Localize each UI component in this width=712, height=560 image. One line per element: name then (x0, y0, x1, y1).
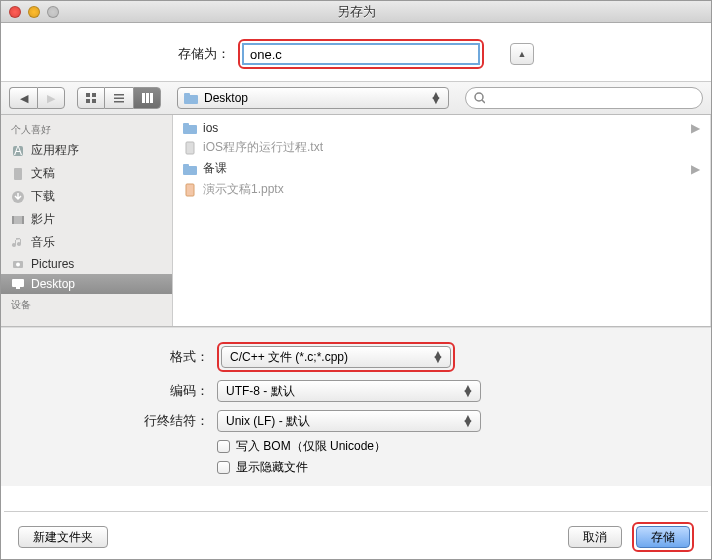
app-icon: A (11, 144, 25, 158)
svg-rect-3 (92, 99, 96, 103)
svg-rect-29 (183, 164, 189, 167)
svg-text:A: A (14, 144, 22, 158)
svg-rect-27 (186, 142, 194, 154)
filename-highlight (238, 39, 484, 69)
file-item-folder[interactable]: ios ▶ (173, 119, 710, 137)
file-item-folder[interactable]: 备课 ▶ (173, 158, 710, 179)
sidebar-item-label: 下载 (31, 188, 55, 205)
sidebar-item-label: 音乐 (31, 234, 55, 251)
folder-icon (183, 162, 197, 176)
cancel-button[interactable]: 取消 (568, 526, 622, 548)
file-item-file[interactable]: iOS程序的运行过程.txt (173, 137, 710, 158)
chevron-right-icon: ▶ (47, 92, 55, 105)
browser-toolbar: ◀ ▶ Desktop (1, 81, 711, 115)
dropdown-arrows-icon (462, 386, 474, 396)
lineending-dropdown[interactable]: Unix (LF) - 默认 (217, 410, 481, 432)
sidebar-item-applications[interactable]: A 应用程序 (1, 139, 172, 162)
expand-collapse-button[interactable]: ▲ (510, 43, 534, 65)
svg-rect-0 (86, 93, 90, 97)
pictures-icon (11, 257, 25, 271)
svg-rect-24 (16, 287, 20, 289)
view-list-button[interactable] (105, 87, 133, 109)
lineending-label: 行终结符： (19, 412, 209, 430)
dropdown-arrows-icon (432, 352, 444, 362)
encoding-label: 编码： (19, 382, 209, 400)
svg-rect-16 (14, 168, 22, 180)
nav-back-button[interactable]: ◀ (9, 87, 37, 109)
svg-line-13 (482, 100, 485, 103)
download-icon (11, 190, 25, 204)
search-input[interactable] (489, 91, 694, 105)
file-item-file[interactable]: 演示文稿1.pptx (173, 179, 710, 200)
music-icon (11, 236, 25, 250)
location-label: Desktop (204, 91, 248, 105)
svg-rect-20 (22, 216, 24, 224)
sidebar-item-desktop[interactable]: Desktop (1, 274, 172, 294)
location-dropdown[interactable]: Desktop (177, 87, 449, 109)
sidebar-favorites-header: 个人喜好 (1, 119, 172, 139)
column-view: ios ▶ iOS程序的运行过程.txt 备课 ▶ 演示文稿1.pptx (173, 115, 711, 326)
nav-forward-button[interactable]: ▶ (37, 87, 65, 109)
folder-icon (184, 92, 198, 104)
icons-view-icon (85, 92, 97, 104)
lineending-value: Unix (LF) - 默认 (226, 413, 310, 430)
chevron-up-icon: ▲ (518, 49, 527, 59)
sidebar-item-label: 文稿 (31, 165, 55, 182)
search-icon (474, 92, 485, 104)
dropdown-arrows-icon (430, 93, 442, 103)
doc-icon (11, 167, 25, 181)
list-view-icon (113, 92, 125, 104)
sidebar-item-documents[interactable]: 文稿 (1, 162, 172, 185)
format-value: C/C++ 文件 (*.c;*.cpp) (230, 349, 348, 366)
sidebar-item-movies[interactable]: 影片 (1, 208, 172, 231)
chevron-left-icon: ◀ (20, 92, 28, 105)
svg-rect-2 (86, 99, 90, 103)
options-panel: 格式： C/C++ 文件 (*.c;*.cpp) 编码： UTF-8 - 默认 … (1, 327, 711, 486)
svg-rect-25 (183, 125, 197, 134)
search-field[interactable] (465, 87, 703, 109)
view-icons-button[interactable] (77, 87, 105, 109)
format-highlight: C/C++ 文件 (*.c;*.cpp) (217, 342, 455, 372)
show-hidden-checkbox[interactable] (217, 461, 230, 474)
svg-rect-4 (114, 94, 124, 96)
file-name: ios (203, 121, 218, 135)
sidebar-item-label: 影片 (31, 211, 55, 228)
file-column: ios ▶ iOS程序的运行过程.txt 备课 ▶ 演示文稿1.pptx (173, 115, 711, 326)
svg-point-12 (475, 93, 483, 101)
pptx-file-icon (183, 183, 197, 197)
svg-rect-1 (92, 93, 96, 97)
format-label: 格式： (19, 348, 209, 366)
encoding-value: UTF-8 - 默认 (226, 383, 295, 400)
sidebar-item-pictures[interactable]: Pictures (1, 254, 172, 274)
svg-rect-26 (183, 123, 189, 126)
sidebar-item-music[interactable]: 音乐 (1, 231, 172, 254)
sidebar-item-label: Pictures (31, 257, 74, 271)
new-folder-button[interactable]: 新建文件夹 (18, 526, 108, 548)
svg-rect-10 (184, 95, 198, 104)
desktop-icon (11, 277, 25, 291)
movie-icon (11, 213, 25, 227)
encoding-dropdown[interactable]: UTF-8 - 默认 (217, 380, 481, 402)
write-bom-label: 写入 BOM（仅限 Unicode） (236, 438, 386, 455)
svg-rect-5 (114, 98, 124, 100)
view-columns-button[interactable] (133, 87, 161, 109)
format-dropdown[interactable]: C/C++ 文件 (*.c;*.cpp) (221, 346, 451, 368)
folder-icon (183, 121, 197, 135)
chevron-right-icon: ▶ (691, 162, 700, 176)
svg-rect-9 (150, 93, 153, 103)
file-name: iOS程序的运行过程.txt (203, 139, 323, 156)
svg-rect-8 (146, 93, 149, 103)
window-title: 另存为 (1, 3, 711, 21)
txt-file-icon (183, 141, 197, 155)
sidebar-item-label: Desktop (31, 277, 75, 291)
dropdown-arrows-icon (462, 416, 474, 426)
svg-rect-6 (114, 101, 124, 103)
svg-rect-23 (12, 279, 24, 287)
save-button[interactable]: 存储 (636, 526, 690, 548)
write-bom-checkbox[interactable] (217, 440, 230, 453)
file-name: 备课 (203, 160, 227, 177)
show-hidden-label: 显示隐藏文件 (236, 459, 308, 476)
sidebar-item-downloads[interactable]: 下载 (1, 185, 172, 208)
filename-input[interactable] (242, 43, 480, 65)
file-name: 演示文稿1.pptx (203, 181, 284, 198)
